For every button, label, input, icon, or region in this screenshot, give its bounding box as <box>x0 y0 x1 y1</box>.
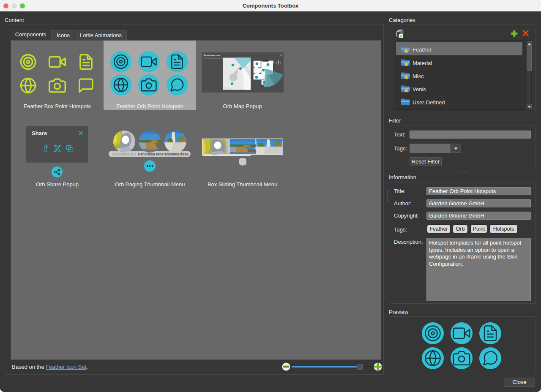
svg-text:Panorama two: Panorama two <box>138 152 161 156</box>
svg-text:Panorama one: Panorama one <box>204 54 221 57</box>
svg-text:Description of Panorama one: Description of Panorama one <box>204 57 224 59</box>
svg-text:Panorama three: Panorama three <box>162 152 189 156</box>
svg-text:Panorama one: Panorama one <box>112 152 137 156</box>
